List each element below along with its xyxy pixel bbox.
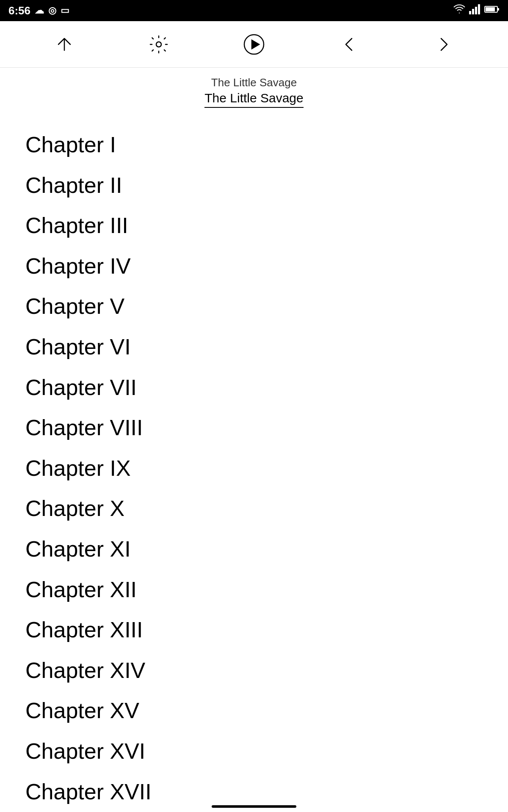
svg-rect-5	[486, 7, 495, 11]
svg-point-7	[156, 42, 161, 47]
chapter-list: Chapter IChapter IIChapter IIIChapter IV…	[0, 112, 508, 812]
chapter-item[interactable]: Chapter V	[25, 286, 483, 327]
battery-status-icon	[484, 5, 500, 16]
signal-icon	[469, 4, 481, 17]
chapter-item[interactable]: Chapter XI	[25, 529, 483, 570]
chapter-item[interactable]: Chapter II	[25, 165, 483, 206]
play-button[interactable]	[239, 29, 269, 60]
toolbar	[0, 21, 508, 68]
svg-rect-2	[475, 7, 477, 14]
chapter-item[interactable]: Chapter IV	[25, 246, 483, 287]
svg-marker-9	[252, 40, 259, 49]
chapter-item[interactable]: Chapter X	[25, 488, 483, 529]
chapter-item[interactable]: Chapter XV	[25, 691, 483, 731]
cloud-icon: ☁	[35, 5, 44, 16]
book-title-small: The Little Savage	[0, 76, 508, 89]
circle-icon: ◎	[48, 5, 56, 16]
back-button[interactable]	[335, 30, 364, 59]
settings-button[interactable]	[144, 30, 173, 59]
title-area: The Little Savage The Little Savage	[0, 68, 508, 112]
svg-rect-0	[469, 11, 471, 14]
chapter-item[interactable]: Chapter IX	[25, 448, 483, 489]
status-left: 6:56 ☁ ◎ ▭	[8, 4, 69, 17]
svg-rect-6	[498, 8, 499, 11]
wifi-icon	[453, 4, 466, 17]
svg-rect-3	[478, 4, 480, 14]
battery-icon: ▭	[61, 5, 69, 16]
up-arrow-button[interactable]	[50, 30, 79, 59]
status-time: 6:56	[8, 4, 30, 17]
chapter-item[interactable]: Chapter VII	[25, 368, 483, 408]
svg-rect-1	[472, 9, 474, 14]
forward-button[interactable]	[429, 30, 458, 59]
chapter-item[interactable]: Chapter VI	[25, 327, 483, 368]
chapter-item[interactable]: Chapter VIII	[25, 408, 483, 448]
status-right	[453, 4, 500, 17]
chapter-item[interactable]: Chapter XVI	[25, 731, 483, 772]
chapter-item[interactable]: Chapter XIV	[25, 650, 483, 691]
home-indicator	[212, 805, 296, 808]
chapter-item[interactable]: Chapter XII	[25, 570, 483, 610]
book-title-underlined: The Little Savage	[204, 91, 303, 108]
chapter-item[interactable]: Chapter I	[25, 125, 483, 165]
chapter-item[interactable]: Chapter III	[25, 206, 483, 246]
chapter-item[interactable]: Chapter XIII	[25, 610, 483, 650]
status-bar: 6:56 ☁ ◎ ▭	[0, 0, 508, 21]
